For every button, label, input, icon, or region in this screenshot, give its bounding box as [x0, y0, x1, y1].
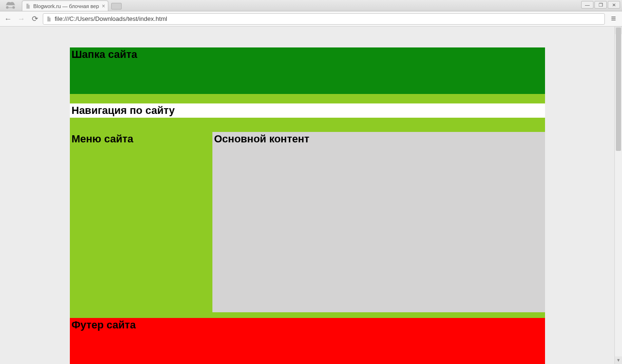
window-maximize-button[interactable]: ❐ — [594, 1, 607, 9]
site-wrapper: Шапка сайта Навигация по сайту Меню сайт… — [70, 47, 545, 364]
site-nav: Навигация по сайту — [70, 103, 545, 118]
site-nav-title: Навигация по сайту — [70, 103, 545, 117]
browser-toolbar: ← → ⟳ file:///C:/Users/Downloads/test/in… — [0, 11, 622, 27]
site-menu: Меню сайта — [70, 132, 212, 312]
incognito-icon — [0, 0, 21, 11]
reload-button[interactable]: ⟳ — [29, 14, 40, 24]
window-titlebar: Blogwork.ru — блочная вер × — ❐ ✕ — [0, 0, 622, 11]
site-content-title: Основной контент — [212, 132, 545, 145]
site-header: Шапка сайта — [70, 47, 545, 94]
site-menu-title: Меню сайта — [70, 132, 212, 145]
page-icon — [25, 3, 31, 9]
site-footer-title: Футер сайта — [70, 318, 545, 331]
window-minimize-button[interactable]: — — [581, 1, 593, 9]
layout-gap — [70, 94, 545, 103]
tab-close-icon[interactable]: × — [102, 3, 105, 9]
layout-gap — [70, 118, 545, 132]
page-canvas: Шапка сайта Навигация по сайту Меню сайт… — [0, 27, 614, 364]
new-tab-button[interactable] — [111, 3, 122, 9]
site-middle: Меню сайта Основной контент — [70, 132, 545, 312]
scrollbar-thumb[interactable] — [616, 28, 621, 151]
chrome-menu-button[interactable]: ≡ — [608, 14, 619, 24]
page-icon — [46, 16, 52, 22]
window-controls: — ❐ ✕ — [581, 1, 620, 9]
forward-button[interactable]: → — [16, 14, 27, 24]
window-close-button[interactable]: ✕ — [608, 1, 620, 9]
scrollbar-down-icon[interactable]: ▼ — [615, 356, 622, 364]
site-content: Основной контент — [212, 132, 545, 312]
back-button[interactable]: ← — [3, 14, 13, 24]
address-bar-text: file:///C:/Users/Downloads/test/index.ht… — [55, 15, 167, 22]
browser-tab[interactable]: Blogwork.ru — блочная вер × — [22, 0, 108, 11]
tab-title: Blogwork.ru — блочная вер — [33, 3, 99, 9]
layout-gap — [70, 312, 545, 318]
address-bar[interactable]: file:///C:/Users/Downloads/test/index.ht… — [43, 13, 605, 25]
browser-viewport: Шапка сайта Навигация по сайту Меню сайт… — [0, 27, 622, 364]
site-footer: Футер сайта — [70, 318, 545, 364]
site-header-title: Шапка сайта — [70, 47, 545, 61]
vertical-scrollbar[interactable]: ▲ ▼ — [614, 27, 622, 364]
